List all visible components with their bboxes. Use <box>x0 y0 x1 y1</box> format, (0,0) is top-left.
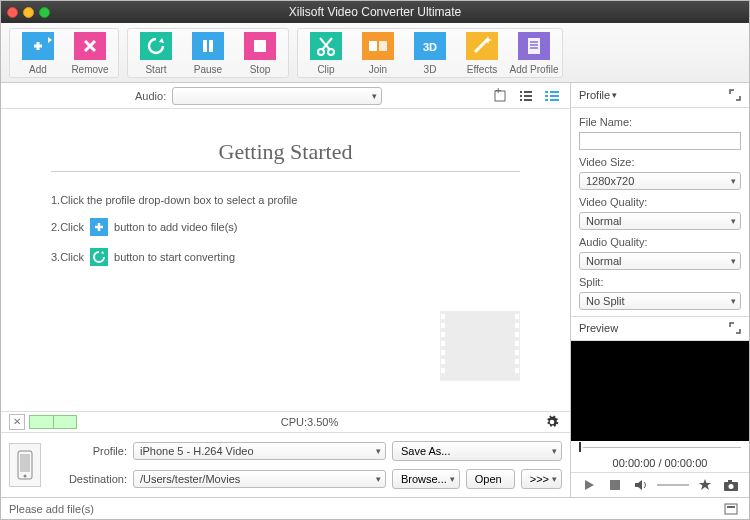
status-bar: Please add file(s) <box>1 497 749 519</box>
plus-icon <box>90 218 108 236</box>
svg-rect-21 <box>545 91 548 93</box>
filename-label: File Name: <box>579 116 741 128</box>
join-icon <box>361 31 395 61</box>
svg-rect-25 <box>545 99 548 101</box>
gear-icon[interactable] <box>542 413 562 431</box>
device-thumbnail <box>9 443 41 487</box>
destination-label: Destination: <box>49 473 127 485</box>
profile-panel-header: Profile▾ <box>571 83 749 108</box>
cpu-bar: ✕ CPU: 3.50% <box>1 411 570 433</box>
camera-icon[interactable] <box>721 476 741 494</box>
svg-point-52 <box>729 484 734 489</box>
svg-rect-44 <box>515 359 519 364</box>
pause-icon <box>191 31 225 61</box>
join-button[interactable]: Join <box>352 31 404 75</box>
videoqual-select[interactable]: Normal <box>579 212 741 230</box>
preview-timeline[interactable] <box>571 441 749 454</box>
refresh-icon <box>139 31 173 61</box>
audio-bar: Audio: + <box>1 83 570 109</box>
svg-rect-29 <box>446 311 514 381</box>
svg-rect-26 <box>550 99 559 101</box>
volume-slider[interactable] <box>657 484 689 486</box>
star-icon[interactable] <box>695 476 715 494</box>
svg-rect-40 <box>515 323 519 328</box>
document-icon <box>517 31 551 61</box>
close-cpu-button[interactable]: ✕ <box>9 414 25 430</box>
svg-rect-12 <box>369 41 377 51</box>
svg-rect-24 <box>550 95 559 97</box>
cpu-value: 3.50% <box>307 416 338 428</box>
svg-rect-2 <box>140 32 172 60</box>
add-item-icon[interactable]: + <box>490 87 510 105</box>
step-2: 2.Click button to add video file(s) <box>51 218 520 236</box>
audio-select[interactable] <box>172 87 382 105</box>
plus-icon <box>21 31 55 61</box>
stop-icon <box>243 31 277 61</box>
expand-profile-icon[interactable] <box>729 89 741 101</box>
svg-rect-47 <box>20 454 30 472</box>
svg-rect-39 <box>515 314 519 319</box>
effects-button[interactable]: Effects <box>456 31 508 75</box>
play-icon[interactable] <box>579 476 599 494</box>
stop-button[interactable]: Stop <box>234 31 286 75</box>
add-profile-button[interactable]: Add Profile <box>508 31 560 75</box>
videosize-label: Video Size: <box>579 156 741 168</box>
titlebar: Xilisoft Video Converter Ultimate <box>1 1 749 23</box>
svg-rect-36 <box>441 350 445 355</box>
svg-rect-49 <box>610 480 620 490</box>
svg-rect-42 <box>515 341 519 346</box>
svg-rect-11 <box>362 32 394 60</box>
svg-rect-41 <box>515 332 519 337</box>
svg-rect-51 <box>728 480 732 483</box>
split-select[interactable]: No Split <box>579 292 741 310</box>
list-view-icon[interactable] <box>516 87 536 105</box>
start-button[interactable]: Start <box>130 31 182 75</box>
svg-rect-18 <box>528 38 540 54</box>
audioqual-select[interactable]: Normal <box>579 252 741 270</box>
videosize-select[interactable]: 1280x720 <box>579 172 741 190</box>
svg-rect-4 <box>203 40 207 52</box>
browse-button[interactable]: Browse... <box>392 469 460 489</box>
svg-rect-3 <box>192 32 224 60</box>
3d-button[interactable]: 3D 3D <box>404 31 456 75</box>
profile-select[interactable]: iPhone 5 - H.264 Video <box>133 442 386 460</box>
status-icon[interactable] <box>721 500 741 518</box>
svg-rect-5 <box>209 40 213 52</box>
filename-input[interactable] <box>579 132 741 150</box>
detail-view-icon[interactable] <box>542 87 562 105</box>
save-as-button[interactable]: Save As... <box>392 441 562 461</box>
remove-button[interactable]: Remove <box>64 31 116 75</box>
svg-rect-22 <box>550 91 559 93</box>
svg-rect-37 <box>441 359 445 364</box>
videoqual-label: Video Quality: <box>579 196 741 208</box>
x-icon <box>73 31 107 61</box>
svg-rect-32 <box>441 314 445 319</box>
svg-rect-43 <box>515 350 519 355</box>
open-button[interactable]: Open <box>466 469 515 489</box>
svg-rect-34 <box>441 332 445 337</box>
cpu-label: CPU: <box>281 416 307 428</box>
arrows-button[interactable]: >>> <box>521 469 562 489</box>
window-title: Xilisoft Video Converter Ultimate <box>1 5 749 19</box>
svg-rect-33 <box>441 323 445 328</box>
expand-preview-icon[interactable] <box>729 322 741 334</box>
step-1: 1.Click the profile drop-down box to sel… <box>51 194 520 206</box>
svg-rect-23 <box>545 95 548 97</box>
volume-icon[interactable] <box>631 476 651 494</box>
add-button[interactable]: Add <box>12 31 64 75</box>
split-label: Split: <box>579 276 741 288</box>
stop-preview-icon[interactable] <box>605 476 625 494</box>
toolbar: Add Remove Start Pause Stop Clip Join <box>1 23 749 83</box>
wand-icon <box>465 31 499 61</box>
preview-time: 00:00:00 / 00:00:00 <box>571 454 749 472</box>
clip-button[interactable]: Clip <box>300 31 352 75</box>
svg-rect-38 <box>441 368 445 373</box>
pause-button[interactable]: Pause <box>182 31 234 75</box>
destination-select[interactable]: /Users/tester/Movies <box>133 470 386 488</box>
profile-label: Profile: <box>49 445 127 457</box>
destination-panel: Profile: iPhone 5 - H.264 Video Save As.… <box>1 433 570 497</box>
content-area: Getting Started 1.Click the profile drop… <box>1 109 570 411</box>
preview-viewport <box>571 341 749 441</box>
svg-rect-7 <box>254 40 266 52</box>
svg-rect-45 <box>515 368 519 373</box>
